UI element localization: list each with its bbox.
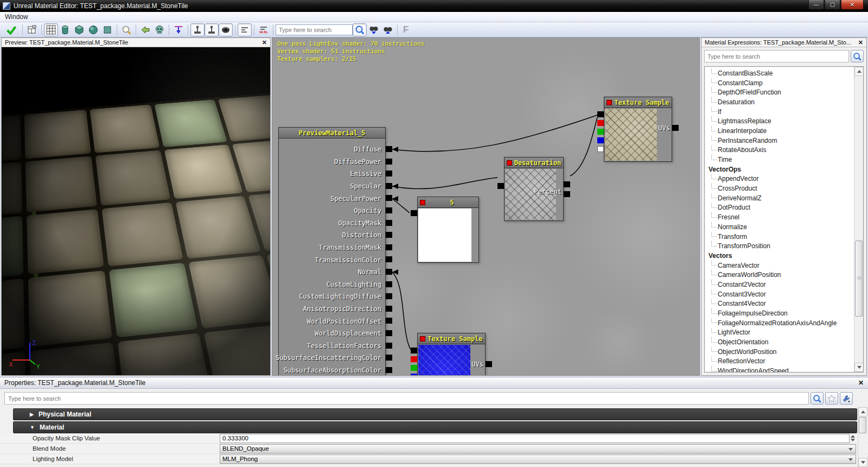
scroll-down-icon[interactable]: [858, 458, 867, 467]
node-select-icon[interactable]: [420, 200, 425, 205]
find-in-graph-button[interactable]: [119, 23, 133, 36]
expression-item[interactable]: Constant4Vector: [705, 299, 854, 309]
constant-output-connector[interactable]: [411, 210, 417, 216]
material-input-connector[interactable]: [386, 183, 392, 189]
expressions-search-button[interactable]: [851, 50, 864, 62]
property-dropdown[interactable]: BLEND_Opaque: [220, 444, 856, 453]
expressions-scrollbar[interactable]: [854, 67, 863, 372]
scroll-thumb[interactable]: [855, 241, 863, 317]
desaturation-node[interactable]: Desaturation Percent: [504, 157, 564, 221]
preview-cube-button[interactable]: [72, 23, 86, 36]
expression-item[interactable]: DepthOfFieldFunction: [705, 87, 854, 97]
material-input-connector[interactable]: [386, 256, 392, 262]
expression-item[interactable]: WindDirectionAndSpeed: [705, 366, 854, 373]
expression-item[interactable]: LightmassReplace: [705, 116, 854, 126]
material-input-connector[interactable]: [386, 171, 392, 176]
toggle-controls-2-button[interactable]: [205, 23, 219, 36]
section-header-material[interactable]: ▼Material: [13, 421, 857, 433]
scroll-thumb[interactable]: [859, 417, 866, 433]
material-input-connector[interactable]: [386, 306, 392, 312]
material-input-connector[interactable]: [386, 220, 392, 226]
apply-button[interactable]: [3, 23, 20, 36]
section-header-physical-material[interactable]: ▶Physical Material: [13, 408, 857, 420]
scroll-up-icon[interactable]: [854, 67, 864, 76]
material-input-connector[interactable]: [386, 146, 392, 152]
properties-search-input[interactable]: [4, 392, 809, 405]
preview-close-icon[interactable]: ✕: [262, 39, 267, 46]
material-input-connector[interactable]: [386, 355, 392, 361]
expression-item[interactable]: Transform: [705, 232, 854, 242]
hide-unconnected-button[interactable]: [152, 23, 167, 36]
g-output-connector[interactable]: [411, 365, 417, 371]
desaturation-input-connector[interactable]: [564, 181, 570, 187]
expression-item[interactable]: If: [705, 107, 854, 117]
material-input-connector[interactable]: [386, 269, 392, 275]
expression-item[interactable]: ConstantClamp: [705, 78, 854, 88]
scroll-down-icon[interactable]: [854, 363, 864, 372]
expression-item[interactable]: PerInstanceRandom: [705, 136, 854, 146]
material-input-connector[interactable]: [386, 232, 392, 238]
toggle-stats-button[interactable]: [238, 23, 252, 36]
value-spinner[interactable]: [850, 435, 856, 441]
expressions-close-icon[interactable]: ✕: [858, 39, 863, 46]
node-select-icon[interactable]: [507, 160, 512, 166]
texture-sample-node-diffuse[interactable]: Texture Sample UVs: [604, 97, 672, 162]
expression-item[interactable]: ObjectWorldPosition: [705, 347, 854, 357]
find-previous-button[interactable]: [381, 23, 395, 36]
a-output-connector[interactable]: [597, 146, 604, 152]
expression-item[interactable]: Constant2Vector: [705, 280, 854, 289]
scroll-up-icon[interactable]: [858, 407, 867, 416]
preview-sphere-button[interactable]: [86, 23, 100, 36]
r-output-connector[interactable]: [411, 356, 417, 362]
expression-item[interactable]: Desaturation: [705, 97, 854, 107]
property-value-input[interactable]: 0.333300: [220, 434, 850, 443]
uvs-input-connector[interactable]: [486, 361, 492, 367]
material-input-connector[interactable]: [386, 293, 392, 299]
property-dropdown[interactable]: MLM_Phong: [220, 455, 856, 464]
b-output-connector[interactable]: [411, 374, 417, 376]
texture-sample-node-normal[interactable]: Texture Sample UVs: [417, 333, 486, 376]
maximize-button[interactable]: ▢: [825, 0, 840, 10]
properties-search-button[interactable]: [810, 392, 824, 405]
properties-close-icon[interactable]: ✕: [858, 379, 864, 387]
r-output-connector[interactable]: [597, 120, 604, 126]
expression-item[interactable]: DeriveNormalZ: [705, 193, 854, 203]
expression-item[interactable]: ObjectOrientation: [705, 337, 854, 347]
expression-item[interactable]: DotProduct: [705, 203, 854, 213]
material-graph-canvas[interactable]: One pass LightEnv shader: 70 instruction…: [272, 37, 700, 376]
find-next-button[interactable]: [367, 23, 381, 36]
uvs-input-connector[interactable]: [672, 125, 679, 131]
expression-item[interactable]: Constant3Vector: [705, 289, 854, 299]
b-output-connector[interactable]: [597, 137, 604, 143]
expression-item[interactable]: RotateAboutAxis: [705, 146, 854, 155]
menu-window[interactable]: Window: [0, 13, 33, 21]
spinner-down-icon[interactable]: [851, 439, 855, 441]
preview-cylinder-button[interactable]: [58, 23, 72, 36]
material-input-connector[interactable]: [386, 343, 392, 349]
rgb-output-connector[interactable]: [411, 348, 417, 354]
preview-plane-button[interactable]: [100, 23, 114, 36]
material-input-connector[interactable]: [386, 159, 392, 165]
expression-item[interactable]: CameraVector: [705, 261, 854, 270]
material-input-connector[interactable]: [386, 318, 392, 324]
toggle-controls-1-button[interactable]: [190, 23, 205, 36]
favorites-button[interactable]: [825, 392, 838, 405]
expressions-search-input[interactable]: [704, 50, 849, 62]
toolbar-search-button[interactable]: [353, 23, 367, 36]
expression-item[interactable]: CameraWorldPosition: [705, 270, 854, 280]
realtime-preview-button[interactable]: [219, 23, 233, 36]
show-grid-button[interactable]: [44, 23, 58, 36]
g-output-connector[interactable]: [597, 129, 604, 135]
toolbar-search-input[interactable]: [276, 24, 353, 35]
expression-item[interactable]: FoliageNormalizedRotationAxisAndAngle: [705, 318, 854, 328]
expression-item[interactable]: ReflectionVector: [705, 357, 854, 367]
desaturation-output-connector[interactable]: [497, 183, 504, 189]
expression-item[interactable]: FoliageImpulseDirection: [705, 308, 854, 318]
close-button[interactable]: ✕: [841, 0, 864, 10]
material-input-connector[interactable]: [386, 207, 392, 213]
home-button[interactable]: [138, 23, 152, 36]
expression-item[interactable]: ConstantBiasScale: [705, 68, 854, 78]
properties-scrollbar[interactable]: [858, 407, 867, 467]
material-input-connector[interactable]: [386, 244, 392, 250]
spinner-up-icon[interactable]: [851, 435, 855, 438]
